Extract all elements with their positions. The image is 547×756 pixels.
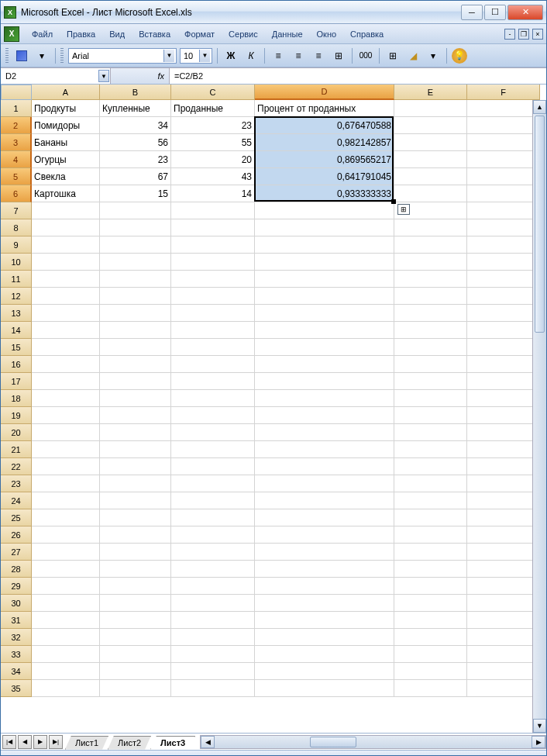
cell-C21[interactable] <box>171 441 255 458</box>
cell-E34[interactable] <box>394 663 467 680</box>
cell-B19[interactable] <box>100 407 171 424</box>
cell-A8[interactable] <box>32 219 100 236</box>
cell-D20[interactable] <box>255 424 394 441</box>
cell-B21[interactable] <box>100 441 171 458</box>
scroll-left-button[interactable]: ◀ <box>201 736 215 748</box>
cell-C23[interactable] <box>171 475 255 492</box>
cell-F21[interactable] <box>467 441 540 458</box>
italic-button[interactable]: К <box>243 47 260 64</box>
cell-F9[interactable] <box>467 236 540 254</box>
cell-B7[interactable] <box>100 202 171 219</box>
cell-C20[interactable] <box>171 424 255 441</box>
cell-A16[interactable] <box>32 356 100 373</box>
cell-F12[interactable] <box>467 288 540 305</box>
cell-A17[interactable] <box>32 373 100 390</box>
row-header-17[interactable]: 17 <box>1 373 32 390</box>
column-header-D[interactable]: D <box>255 85 394 100</box>
cell-E11[interactable] <box>394 271 467 288</box>
cell-D7[interactable] <box>255 202 394 219</box>
cell-D14[interactable] <box>255 322 394 339</box>
cell-E2[interactable] <box>394 117 467 134</box>
cell-A20[interactable] <box>32 424 100 441</box>
toolbar-handle[interactable] <box>5 48 9 64</box>
row-header-25[interactable]: 25 <box>1 509 32 526</box>
cell-D8[interactable] <box>255 219 394 236</box>
row-header-23[interactable]: 23 <box>1 475 32 492</box>
cell-A7[interactable] <box>32 202 100 219</box>
cell-C27[interactable] <box>171 544 255 561</box>
toolbar-overflow-2-button[interactable]: ▾ <box>425 47 442 64</box>
cell-F26[interactable] <box>467 526 540 544</box>
cell-B35[interactable] <box>100 680 171 697</box>
cell-F23[interactable] <box>467 475 540 492</box>
cell-B24[interactable] <box>100 492 171 509</box>
cell-C8[interactable] <box>171 219 255 236</box>
cell-A25[interactable] <box>32 509 100 526</box>
bold-button[interactable]: Ж <box>222 47 239 64</box>
cell-B10[interactable] <box>100 254 171 271</box>
row-header-9[interactable]: 9 <box>1 236 32 254</box>
row-header-34[interactable]: 34 <box>1 663 32 680</box>
cell-C35[interactable] <box>171 680 255 697</box>
cell-F20[interactable] <box>467 424 540 441</box>
mdi-restore-button[interactable]: ❐ <box>518 29 529 40</box>
cell-C12[interactable] <box>171 288 255 305</box>
minimize-button[interactable]: ─ <box>461 5 483 20</box>
autofill-options-button[interactable]: ⊞ <box>397 204 410 215</box>
cell-F24[interactable] <box>467 492 540 509</box>
menu-window[interactable]: Окно <box>311 27 343 41</box>
cell-B2[interactable]: 34 <box>100 117 171 134</box>
row-header-5[interactable]: 5 <box>1 168 32 185</box>
column-header-B[interactable]: B <box>100 85 171 100</box>
cell-A26[interactable] <box>32 526 100 544</box>
cell-D5[interactable]: 0,641791045 <box>255 168 394 185</box>
row-header-16[interactable]: 16 <box>1 356 32 373</box>
cell-A23[interactable] <box>32 475 100 492</box>
cell-C26[interactable] <box>171 526 255 544</box>
cell-F25[interactable] <box>467 509 540 526</box>
merge-button[interactable]: ⊞ <box>330 47 347 64</box>
cell-B32[interactable] <box>100 629 171 646</box>
cell-D29[interactable] <box>255 578 394 595</box>
cell-E18[interactable] <box>394 390 467 407</box>
row-header-33[interactable]: 33 <box>1 646 32 663</box>
cell-A4[interactable]: Огурцы <box>32 151 100 168</box>
row-header-7[interactable]: 7 <box>1 202 32 219</box>
cell-A1[interactable]: Продкуты <box>32 100 100 117</box>
formula-input[interactable]: =C2/B2 <box>170 68 546 84</box>
cell-F30[interactable] <box>467 595 540 612</box>
row-header-11[interactable]: 11 <box>1 271 32 288</box>
cell-B25[interactable] <box>100 509 171 526</box>
cell-E15[interactable] <box>394 339 467 356</box>
cell-C24[interactable] <box>171 492 255 509</box>
cell-F19[interactable] <box>467 407 540 424</box>
cell-B20[interactable] <box>100 424 171 441</box>
cell-E3[interactable] <box>394 134 467 151</box>
cell-D24[interactable] <box>255 492 394 509</box>
row-header-27[interactable]: 27 <box>1 544 32 561</box>
row-header-8[interactable]: 8 <box>1 219 32 236</box>
cell-E27[interactable] <box>394 544 467 561</box>
fill-color-button[interactable]: ◢ <box>404 47 421 64</box>
cell-D10[interactable] <box>255 254 394 271</box>
cell-B12[interactable] <box>100 288 171 305</box>
cell-E20[interactable] <box>394 424 467 441</box>
cell-A35[interactable] <box>32 680 100 697</box>
cell-B28[interactable] <box>100 561 171 578</box>
mdi-minimize-button[interactable]: - <box>504 29 515 40</box>
cell-E4[interactable] <box>394 151 467 168</box>
row-header-20[interactable]: 20 <box>1 424 32 441</box>
app-icon[interactable]: X <box>4 26 19 42</box>
cell-F4[interactable] <box>467 151 540 168</box>
cell-B17[interactable] <box>100 373 171 390</box>
select-all-corner[interactable] <box>1 85 32 100</box>
cell-E13[interactable] <box>394 305 467 322</box>
cell-E19[interactable] <box>394 407 467 424</box>
cell-E30[interactable] <box>394 595 467 612</box>
cell-E22[interactable] <box>394 458 467 475</box>
cell-D21[interactable] <box>255 441 394 458</box>
cell-D3[interactable]: 0,982142857 <box>255 134 394 151</box>
cell-A6[interactable]: Картошка <box>32 185 100 202</box>
cell-F31[interactable] <box>467 612 540 629</box>
cell-D4[interactable]: 0,869565217 <box>255 151 394 168</box>
